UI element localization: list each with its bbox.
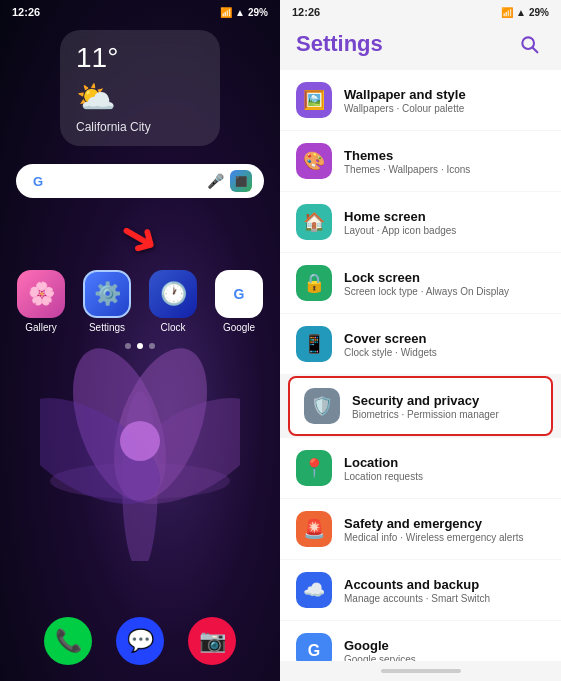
arrow-icon: ➜ [109, 202, 172, 270]
google-label: Google [223, 322, 255, 333]
google-search-bar[interactable]: G 🎤 ⬛ [16, 164, 264, 198]
google-settings-text: Google Google services [344, 638, 545, 662]
google-settings-icon: G [296, 633, 332, 661]
accounts-title: Accounts and backup [344, 577, 545, 592]
wifi-icon-right: ▲ [516, 7, 526, 18]
themes-title: Themes [344, 148, 545, 163]
home-screen-title: Home screen [344, 209, 545, 224]
time-left: 12:26 [12, 6, 40, 18]
settings-list: 🖼️ Wallpaper and style Wallpapers · Colo… [280, 66, 561, 661]
home-screen-text: Home screen Layout · App icon badges [344, 209, 545, 236]
wifi-icon: ▲ [235, 7, 245, 18]
settings-item-themes[interactable]: 🎨 Themes Themes · Wallpapers · Icons [280, 131, 561, 191]
safety-title: Safety and emergency [344, 516, 545, 531]
lens-icon[interactable]: ⬛ [230, 170, 252, 192]
settings-item-cover-screen[interactable]: 📱 Cover screen Clock style · Widgets [280, 314, 561, 374]
themes-subtitle: Themes · Wallpapers · Icons [344, 164, 545, 175]
cover-screen-subtitle: Clock style · Widgets [344, 347, 545, 358]
dot-1 [125, 343, 131, 349]
dot-2 [137, 343, 143, 349]
google-settings-title: Google [344, 638, 545, 653]
safety-icon: 🚨 [296, 511, 332, 547]
left-phone-panel: 12:26 📶 ▲ 29% 11° ⛅ California City G 🎤 … [0, 0, 280, 681]
cover-screen-title: Cover screen [344, 331, 545, 346]
location-text: Location Location requests [344, 455, 545, 482]
clock-icon: 🕐 [149, 270, 197, 318]
right-settings-panel: 12:26 📶 ▲ 29% Settings 🖼️ Wallpaper and … [280, 0, 561, 681]
gallery-icon: 🌸 [17, 270, 65, 318]
google-settings-subtitle: Google services [344, 654, 545, 662]
dock-phone[interactable]: 📞 [44, 617, 92, 665]
accounts-icon: ☁️ [296, 572, 332, 608]
lock-screen-subtitle: Screen lock type · Always On Display [344, 286, 545, 297]
security-icon: 🛡️ [304, 388, 340, 424]
app-item-google[interactable]: G Google [214, 270, 264, 333]
lock-screen-icon: 🔒 [296, 265, 332, 301]
settings-item-lock-screen[interactable]: 🔒 Lock screen Screen lock type · Always … [280, 253, 561, 313]
weather-city: California City [76, 120, 204, 134]
home-screen-icon: 🏠 [296, 204, 332, 240]
svg-point-6 [120, 421, 160, 461]
page-dots [0, 343, 280, 349]
time-right: 12:26 [292, 6, 320, 18]
bottom-dock: 📞 💬 📷 [0, 605, 280, 681]
settings-item-google[interactable]: G Google Google services [280, 621, 561, 661]
weather-icon: ⛅ [76, 78, 204, 116]
settings-item-accounts[interactable]: ☁️ Accounts and backup Manage accounts ·… [280, 560, 561, 620]
wallpaper-text: Wallpaper and style Wallpapers · Colour … [344, 87, 545, 114]
dock-messages[interactable]: 💬 [116, 617, 164, 665]
app-item-settings[interactable]: ⚙️ Settings [82, 270, 132, 333]
arrow-container: ➜ [0, 206, 280, 266]
settings-item-safety[interactable]: 🚨 Safety and emergency Medical info · Wi… [280, 499, 561, 559]
location-icon: 📍 [296, 450, 332, 486]
settings-label: Settings [89, 322, 125, 333]
app-item-clock[interactable]: 🕐 Clock [148, 270, 198, 333]
google-g-logo: G [28, 171, 48, 191]
wallpaper-title: Wallpaper and style [344, 87, 545, 102]
status-icons-left: 📶 ▲ 29% [220, 7, 268, 18]
settings-title: Settings [296, 31, 383, 57]
settings-item-location[interactable]: 📍 Location Location requests [280, 438, 561, 498]
app-grid: 🌸 Gallery ⚙️ Settings 🕐 Clock G Google [0, 270, 280, 333]
lock-screen-title: Lock screen [344, 270, 545, 285]
gallery-label: Gallery [25, 322, 57, 333]
safety-text: Safety and emergency Medical info · Wire… [344, 516, 545, 543]
search-button[interactable] [513, 28, 545, 60]
signal-icon: 📶 [220, 7, 232, 18]
status-bar-left: 12:26 📶 ▲ 29% [0, 0, 280, 20]
status-icons-right: 📶 ▲ 29% [501, 7, 549, 18]
settings-item-wallpaper[interactable]: 🖼️ Wallpaper and style Wallpapers · Colo… [280, 70, 561, 130]
wallpaper-subtitle: Wallpapers · Colour palette [344, 103, 545, 114]
bottom-nav-indicator [381, 669, 461, 673]
security-text: Security and privacy Biometrics · Permis… [352, 393, 537, 420]
dot-3 [149, 343, 155, 349]
settings-header: Settings [280, 20, 561, 66]
google-icon: G [215, 270, 263, 318]
signal-icon-right: 📶 [501, 7, 513, 18]
settings-icon: ⚙️ [83, 270, 131, 318]
battery-right: 29% [529, 7, 549, 18]
settings-item-security[interactable]: 🛡️ Security and privacy Biometrics · Per… [288, 376, 553, 436]
themes-icon: 🎨 [296, 143, 332, 179]
clock-label: Clock [160, 322, 185, 333]
safety-subtitle: Medical info · Wireless emergency alerts [344, 532, 545, 543]
app-item-gallery[interactable]: 🌸 Gallery [16, 270, 66, 333]
dock-camera[interactable]: 📷 [188, 617, 236, 665]
security-subtitle: Biometrics · Permission manager [352, 409, 537, 420]
cover-screen-text: Cover screen Clock style · Widgets [344, 331, 545, 358]
lock-screen-text: Lock screen Screen lock type · Always On… [344, 270, 545, 297]
location-subtitle: Location requests [344, 471, 545, 482]
themes-text: Themes Themes · Wallpapers · Icons [344, 148, 545, 175]
location-title: Location [344, 455, 545, 470]
security-title: Security and privacy [352, 393, 537, 408]
cover-screen-icon: 📱 [296, 326, 332, 362]
svg-line-8 [533, 48, 538, 53]
status-bar-right: 12:26 📶 ▲ 29% [280, 0, 561, 20]
home-screen-subtitle: Layout · App icon badges [344, 225, 545, 236]
settings-item-home-screen[interactable]: 🏠 Home screen Layout · App icon badges [280, 192, 561, 252]
weather-temp: 11° [76, 42, 204, 74]
wallpaper-icon: 🖼️ [296, 82, 332, 118]
microphone-icon[interactable]: 🎤 [207, 173, 224, 189]
accounts-subtitle: Manage accounts · Smart Switch [344, 593, 545, 604]
battery-left: 29% [248, 7, 268, 18]
